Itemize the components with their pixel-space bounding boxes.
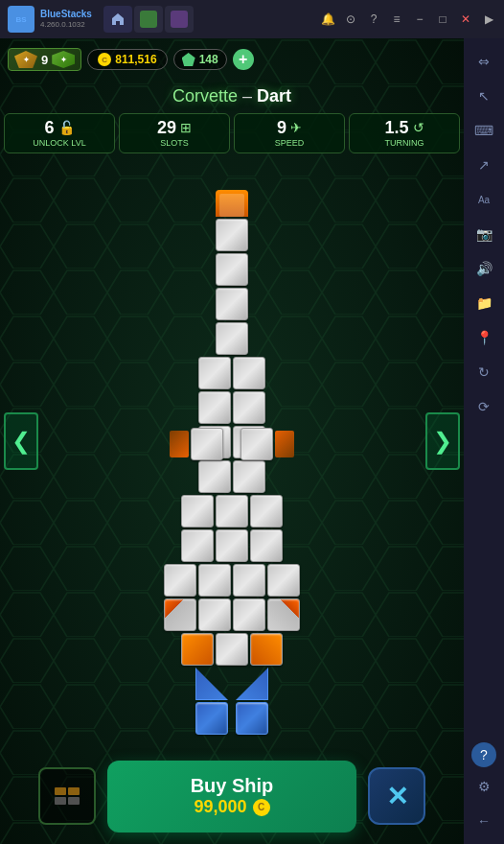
ship-cell xyxy=(216,253,248,286)
ship-class: Corvette xyxy=(172,86,238,106)
close-window-icon[interactable]: ✕ xyxy=(458,12,473,27)
game-area: ✦ 9 ✦ C 811,516 148 + Corvette – Dart 6 xyxy=(0,38,464,844)
notification-icon[interactable]: 🔔 xyxy=(320,12,335,27)
ship-cell xyxy=(250,633,283,666)
menu-icon[interactable]: ≡ xyxy=(389,12,404,27)
close-icon: ✕ xyxy=(386,781,408,812)
stat-speed: 9 ✈ Speed xyxy=(234,113,345,153)
coin-display: C 811,516 xyxy=(87,49,167,70)
bluestacks-logo: BS xyxy=(8,6,34,33)
maximize-icon[interactable]: □ xyxy=(435,12,450,27)
unlock-label: Unlock lvl xyxy=(33,138,85,148)
sidebar-toggle-icon[interactable]: ▶ xyxy=(481,12,496,27)
ship-cell xyxy=(198,391,231,424)
turning-value: 1.5 xyxy=(384,119,408,136)
ship-name: Dart xyxy=(257,86,291,106)
ship-cell xyxy=(198,564,231,597)
turning-label: Turning xyxy=(385,138,424,148)
ship-cell xyxy=(216,495,248,528)
ship-title-area: Corvette – Dart xyxy=(0,86,464,106)
close-button[interactable]: ✕ xyxy=(368,767,425,825)
window-controls: 🔔 ⊙ ? ≡ − □ ✕ ▶ xyxy=(320,12,496,27)
ship-selector-button[interactable] xyxy=(38,767,96,825)
ship-cell xyxy=(250,495,283,528)
gem-icon xyxy=(182,53,195,66)
coin-icon: C xyxy=(98,53,111,66)
ship-cell-blue xyxy=(195,702,228,735)
ship-cell xyxy=(181,633,214,666)
ship-cell xyxy=(216,529,248,562)
ship-cell xyxy=(250,529,283,562)
ship-cell xyxy=(216,288,248,320)
ship-cell xyxy=(164,598,196,631)
bottom-bar: Buy Ship 99,000 C ✕ xyxy=(0,748,464,844)
stat-turning: 1.5 ↺ Turning xyxy=(349,113,460,153)
minimize-icon[interactable]: − xyxy=(412,12,427,27)
sidebar-back-icon[interactable]: ← xyxy=(469,806,499,836)
lock-icon: 🔓 xyxy=(58,120,75,135)
slots-icon: ⊞ xyxy=(180,120,192,135)
tab-app-2[interactable] xyxy=(165,6,194,33)
sidebar-volume-icon[interactable]: 🔊 xyxy=(469,253,499,284)
speed-icon: ✈ xyxy=(290,120,302,135)
ship-cell xyxy=(216,633,248,666)
sidebar-help-icon[interactable]: ? xyxy=(471,742,496,767)
ship-cell xyxy=(164,564,196,597)
game-topbar: ✦ 9 ✦ C 811,516 148 + xyxy=(0,38,464,81)
speed-value: 9 xyxy=(277,119,286,136)
buy-ship-price: 99,000 C xyxy=(194,797,269,817)
ship-cell xyxy=(267,598,300,631)
nav-next-button[interactable]: ❯ xyxy=(425,412,460,470)
ship-cell xyxy=(191,428,223,460)
ship-model xyxy=(98,190,366,708)
sidebar-cursor-icon[interactable]: ↖ xyxy=(469,81,499,111)
circle-icon[interactable]: ⊙ xyxy=(343,12,358,27)
right-sidebar: ⇔ ↖ ⌨ ↗ Aa 📷 🔊 📁 📍 ↻ ⟳ ? ⚙ ← xyxy=(464,38,504,844)
sidebar-keyboard-icon[interactable]: ⌨ xyxy=(469,115,499,146)
player-level-badge: ✦ 9 ✦ xyxy=(8,48,81,71)
gem-amount: 148 xyxy=(199,53,218,66)
left-arrow-icon: ❮ xyxy=(11,428,31,455)
buy-ship-button[interactable]: Buy Ship 99,000 C xyxy=(107,761,356,832)
bluestacks-bar: BS BlueStacks 4.260.0.1032 🔔 ⊙ ? ≡ − □ ✕… xyxy=(0,0,504,38)
sidebar-location-icon[interactable]: 📍 xyxy=(469,322,499,353)
ship-cell xyxy=(241,428,273,460)
stat-slots: 29 ⊞ Slots xyxy=(119,113,230,153)
ship-cell-blue xyxy=(236,702,268,735)
sidebar-text-icon[interactable]: Aa xyxy=(469,184,499,215)
nav-prev-button[interactable]: ❮ xyxy=(4,412,38,470)
sidebar-settings-icon[interactable]: ⚙ xyxy=(469,771,499,802)
ship-cell xyxy=(198,357,231,389)
price-amount: 99,000 xyxy=(194,797,246,817)
tab-app-1[interactable] xyxy=(134,6,163,33)
slots-label: Slots xyxy=(160,138,189,148)
ship-cell xyxy=(216,219,248,251)
buy-ship-label: Buy Ship xyxy=(191,775,274,797)
ship-cell xyxy=(233,460,265,493)
gem-display: 148 xyxy=(173,49,227,70)
ship-cell xyxy=(233,391,265,424)
coin-amount: 811,516 xyxy=(115,53,156,66)
sidebar-camera-icon[interactable]: 📷 xyxy=(469,219,499,249)
stats-row: 6 🔓 Unlock lvl 29 ⊞ Slots 9 ✈ Speed 1.5 … xyxy=(4,113,460,153)
sidebar-controls-icon[interactable]: ↗ xyxy=(469,150,499,180)
right-arrow-icon: ❯ xyxy=(433,428,452,455)
ship-cell xyxy=(233,564,265,597)
ship-cell xyxy=(216,322,248,355)
ship-dash: – xyxy=(242,86,257,106)
price-coin-icon: C xyxy=(253,799,270,816)
ship-cell xyxy=(181,529,214,562)
sidebar-expand-icon[interactable]: ⇔ xyxy=(469,46,499,77)
bluestacks-tabs xyxy=(103,6,194,33)
slots-value: 29 xyxy=(157,119,176,136)
help-icon[interactable]: ? xyxy=(366,12,381,27)
add-currency-button[interactable]: + xyxy=(233,49,254,70)
sidebar-refresh-icon[interactable]: ⟳ xyxy=(469,391,499,422)
sidebar-rotate-icon[interactable]: ↻ xyxy=(469,357,499,387)
ship-cell xyxy=(181,495,214,528)
unlock-value: 6 xyxy=(44,119,54,136)
sidebar-folder-icon[interactable]: 📁 xyxy=(469,288,499,318)
ship-cell xyxy=(198,460,231,493)
tab-home[interactable] xyxy=(103,6,132,33)
ship-cell xyxy=(198,598,231,631)
